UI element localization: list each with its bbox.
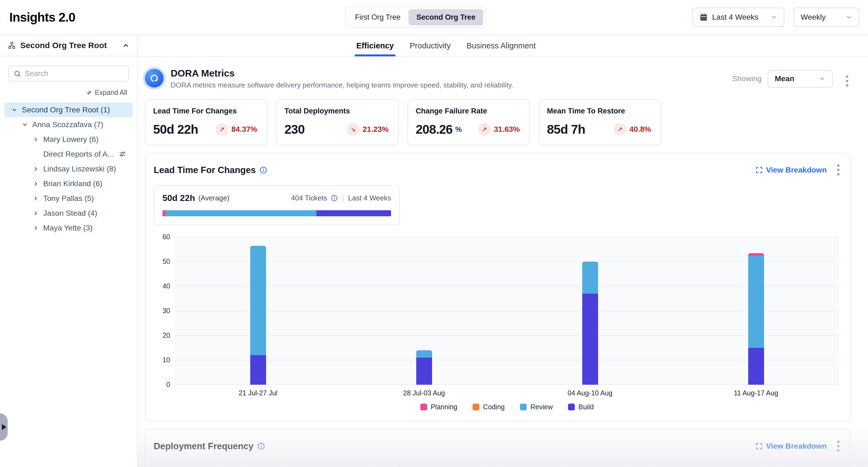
bar-segment-build[interactable] bbox=[582, 294, 598, 385]
legend-item-build[interactable]: Build bbox=[568, 403, 594, 411]
lead-time-panel: Lead Time For Changes View Breakdown bbox=[145, 153, 850, 421]
tab-efficiency[interactable]: Efficiency bbox=[356, 35, 394, 56]
metric-card: Change Failure Rate208.26%↗31.63% bbox=[407, 99, 530, 145]
chevron-right-icon[interactable] bbox=[32, 136, 39, 143]
view-breakdown-label: View Breakdown bbox=[766, 166, 827, 175]
main-area: EfficiencyProductivityBusiness Alignment… bbox=[137, 35, 868, 467]
deployment-menu-button[interactable] bbox=[835, 438, 842, 455]
chevron-down-icon[interactable] bbox=[11, 107, 18, 113]
header-controls: Last 4 Weeks Weekly bbox=[692, 8, 859, 27]
tree-item[interactable]: Tony Pallas (5) bbox=[4, 191, 133, 206]
tab-productivity[interactable]: Productivity bbox=[410, 35, 451, 56]
expand-all-button[interactable]: Expand All bbox=[0, 89, 127, 96]
bar-segment-build[interactable] bbox=[748, 348, 764, 385]
triangle-right-icon bbox=[2, 424, 6, 430]
tree-item[interactable]: Jason Stead (4) bbox=[4, 206, 133, 220]
tree-item[interactable]: Second Org Tree Root (1) bbox=[4, 102, 133, 117]
legend-swatch bbox=[420, 404, 427, 410]
stage-distribution-bar bbox=[162, 210, 391, 216]
showing-control: Showing Mean bbox=[732, 70, 833, 88]
legend-item-coding[interactable]: Coding bbox=[472, 403, 504, 411]
metric-card-value-row: 230↘21.23% bbox=[284, 122, 390, 137]
bar-segment-build[interactable] bbox=[416, 357, 432, 385]
chevron-right-icon[interactable] bbox=[32, 166, 39, 172]
summary-meta: 404 Tickets Last 4 Weeks bbox=[291, 194, 391, 202]
distribution-segment-planning[interactable] bbox=[162, 210, 165, 216]
tree-item-label: Tony Pallas (5) bbox=[43, 194, 94, 203]
dora-menu-button[interactable] bbox=[844, 73, 850, 89]
tickets-count: 404 Tickets bbox=[291, 194, 327, 202]
metric-card-title: Total Deployments bbox=[284, 107, 390, 115]
legend-swatch bbox=[472, 404, 479, 410]
bar-segment-planning[interactable] bbox=[748, 253, 764, 256]
chevron-up-icon[interactable] bbox=[122, 42, 129, 49]
sidebar-root-label: Second Org Tree Root bbox=[20, 41, 118, 50]
info-icon[interactable] bbox=[257, 442, 265, 450]
view-breakdown-button[interactable]: View Breakdown bbox=[755, 166, 827, 175]
legend-item-planning[interactable]: Planning bbox=[420, 403, 457, 411]
trend-up-icon: ↗ bbox=[478, 123, 491, 135]
org-toggle-option[interactable]: Second Org Tree bbox=[409, 9, 483, 25]
distribution-segment-review[interactable] bbox=[165, 210, 316, 216]
y-axis-tick: 30 bbox=[154, 307, 170, 315]
view-tabs: EfficiencyProductivityBusiness Alignment bbox=[137, 35, 868, 57]
tree-item[interactable]: Mary Lowery (6) bbox=[4, 132, 133, 147]
lead-time-chart: 0102030405060 21 Jul-27 Jul28 Jul-03 Aug… bbox=[175, 237, 839, 411]
aggregation-select[interactable]: Mean bbox=[768, 70, 833, 88]
chevron-right-icon[interactable] bbox=[32, 181, 39, 187]
bar-segment-review[interactable] bbox=[582, 262, 598, 294]
org-toggle-option[interactable]: First Org Tree bbox=[347, 9, 408, 25]
chevron-down-icon bbox=[845, 14, 852, 21]
sidebar-search[interactable] bbox=[8, 66, 129, 82]
granularity-select[interactable]: Weekly bbox=[794, 8, 859, 27]
chevron-right-icon[interactable] bbox=[32, 225, 39, 231]
trend-indicator: ↗40.8% bbox=[614, 123, 653, 135]
divider bbox=[343, 194, 343, 202]
bar-segment-review[interactable] bbox=[748, 256, 764, 348]
lead-time-summary-card: 50d 22h (Average) 404 Tickets Last 4 Wee… bbox=[154, 185, 400, 225]
bar-segment-review[interactable] bbox=[250, 246, 266, 355]
deployment-frequency-title: Deployment Frequency bbox=[154, 441, 253, 452]
tree-item[interactable]: Lindsay Liszewski (8) bbox=[4, 162, 133, 176]
trend-value: 31.63% bbox=[494, 125, 520, 134]
x-axis-label: 28 Jul-03 Aug bbox=[341, 389, 507, 397]
dora-titles: DORA Metrics DORA metrics measure softwa… bbox=[170, 68, 513, 89]
chevron-down-icon bbox=[819, 75, 826, 82]
distribution-segment-build[interactable] bbox=[316, 210, 391, 216]
legend-label: Review bbox=[530, 403, 553, 411]
stacked-bar[interactable] bbox=[582, 262, 598, 385]
tree-item[interactable]: Maya Yette (3) bbox=[4, 221, 133, 235]
view-breakdown-button[interactable]: View Breakdown bbox=[755, 442, 827, 450]
search-input[interactable] bbox=[25, 69, 123, 78]
chevron-down-icon bbox=[771, 14, 777, 21]
org-sidebar: Second Org Tree Root Expand All Second O… bbox=[0, 35, 137, 467]
chevron-right-icon[interactable] bbox=[32, 195, 39, 201]
aggregation-value: Mean bbox=[775, 74, 815, 83]
sidebar-header[interactable]: Second Org Tree Root bbox=[0, 35, 137, 56]
stacked-bar[interactable] bbox=[250, 246, 266, 385]
tree-item[interactable]: Anna Scozzafava (7) bbox=[4, 117, 133, 132]
panel-actions: View Breakdown bbox=[755, 438, 842, 455]
tab-business-alignment[interactable]: Business Alignment bbox=[467, 35, 536, 56]
dora-subtitle: DORA metrics measure software delivery p… bbox=[170, 81, 513, 89]
bar-segment-build[interactable] bbox=[250, 355, 266, 385]
legend-label: Planning bbox=[431, 403, 457, 411]
sidebar-expand-handle[interactable] bbox=[0, 413, 8, 441]
lead-time-menu-button[interactable] bbox=[835, 162, 842, 178]
legend-swatch bbox=[520, 404, 527, 410]
filter-sliders-icon[interactable] bbox=[119, 150, 126, 158]
chevron-right-icon[interactable] bbox=[32, 210, 39, 216]
tree-item[interactable]: Brian Kirkland (6) bbox=[4, 176, 133, 191]
chevron-down-icon[interactable] bbox=[21, 122, 28, 128]
legend-item-review[interactable]: Review bbox=[520, 403, 553, 411]
bar-segment-review[interactable] bbox=[416, 350, 432, 357]
app-title: Insights 2.0 bbox=[9, 10, 75, 25]
view-breakdown-label: View Breakdown bbox=[766, 442, 827, 450]
info-icon[interactable] bbox=[331, 195, 338, 201]
stacked-bar[interactable] bbox=[416, 350, 432, 385]
date-range-select[interactable]: Last 4 Weeks bbox=[692, 8, 784, 27]
info-icon[interactable] bbox=[259, 166, 267, 174]
calendar-icon bbox=[700, 13, 708, 21]
stacked-bar[interactable] bbox=[748, 253, 764, 385]
tree-item[interactable]: Direct Reports of A... bbox=[4, 147, 133, 161]
